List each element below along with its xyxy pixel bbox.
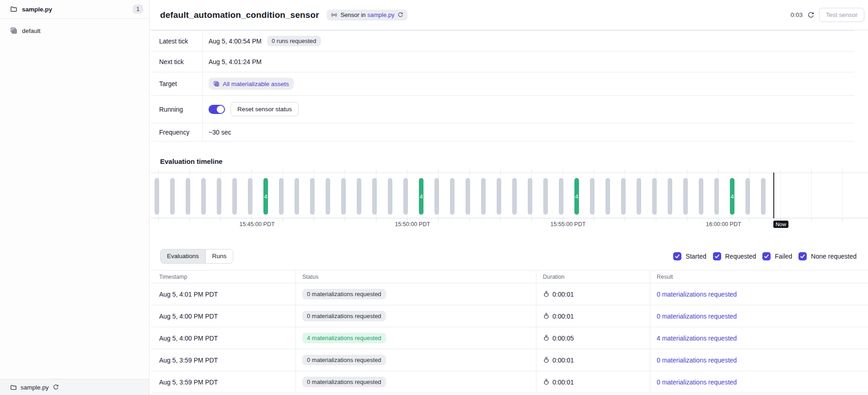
sensor-meta-table: Latest tick Aug 5, 4:00:54 PM 0 runs req…	[151, 30, 854, 141]
timeline-tick-bar[interactable]	[528, 178, 532, 215]
timeline-tick-bar[interactable]	[186, 178, 190, 215]
tab-evaluations[interactable]: Evaluations	[161, 249, 205, 263]
timeline-tick-bar[interactable]	[590, 178, 595, 215]
timeline-tick-bar[interactable]	[543, 178, 548, 215]
target-assets-chip[interactable]: All materializable assets	[209, 78, 294, 90]
timeline-tick-bar[interactable]	[357, 178, 361, 215]
cell-status: 0 materializations requested	[295, 305, 536, 327]
timeline-tick-bar[interactable]: 4	[263, 178, 268, 215]
cell-status: 0 materializations requested	[295, 283, 536, 305]
timeline-tick-bar[interactable]	[481, 178, 486, 215]
target-assets-label: All materializable assets	[223, 81, 289, 87]
result-link[interactable]: 4 materializations requested	[657, 335, 737, 342]
sidebar-item-asset-group[interactable]: default	[0, 23, 149, 38]
reset-sensor-status-button[interactable]: Reset sensor status	[230, 102, 299, 116]
latest-tick-value: Aug 5, 4:00:54 PM	[209, 38, 262, 45]
timeline-tick-bar[interactable]: 4	[574, 178, 579, 215]
timeline-tick-bar[interactable]	[559, 178, 563, 215]
filter-checkbox-failed[interactable]: Failed	[762, 252, 792, 260]
timeline-tick-bar[interactable]	[512, 178, 517, 215]
sidebar-count-badge: 1	[133, 5, 143, 14]
app-root: sample.py 1 default sample.py default_au…	[0, 0, 868, 395]
timeline-tick-bar[interactable]	[155, 178, 159, 215]
status-filter-checkboxes: StartedRequestedFailedNone requested	[673, 252, 857, 260]
timeline-tick-bar[interactable]	[450, 178, 455, 215]
evaluation-row: Aug 5, 4:00 PM PDT4 materializations req…	[151, 327, 868, 349]
timeline-tick-bar[interactable]	[761, 178, 766, 215]
cell-status: 0 materializations requested	[295, 371, 536, 393]
asset-group-icon	[213, 81, 220, 87]
timeline-plot-area: 4444	[151, 173, 868, 218]
timeline-tick-bar[interactable]	[310, 178, 315, 215]
result-link[interactable]: 0 materializations requested	[657, 379, 737, 386]
timeline-tick-bar[interactable]	[637, 178, 641, 215]
timeline-tick-bar[interactable]	[652, 178, 657, 215]
result-link[interactable]: 0 materializations requested	[657, 291, 737, 298]
running-toggle[interactable]	[209, 105, 225, 114]
filter-checkbox-started[interactable]: Started	[673, 252, 706, 260]
toggle-knob	[217, 106, 224, 113]
timeline-tick-bar[interactable]	[388, 178, 392, 215]
next-tick-value: Aug 5, 4:01:24 PM	[209, 58, 262, 65]
timeline-tick-bar[interactable]	[217, 178, 221, 215]
sidebar-item-code-location[interactable]: sample.py 1	[0, 0, 149, 19]
axis-tick-label: 15:55:00 PDT	[550, 221, 585, 227]
timeline-tick-bar[interactable]	[341, 178, 346, 215]
timeline-tick-bar[interactable]	[170, 178, 175, 215]
stopwatch-icon	[543, 313, 550, 319]
timeline-tick-bar[interactable]	[668, 178, 672, 215]
view-tabs: Evaluations Runs	[160, 249, 233, 264]
filter-checkbox-none-requested[interactable]: None requested	[798, 252, 857, 260]
timeline-tick-bar[interactable]	[248, 178, 252, 215]
timeline-tick-bar[interactable]: 4	[419, 178, 423, 215]
timeline-axis-labels: 15:45:00 PDT15:50:00 PDT15:55:00 PDT16:0…	[151, 221, 868, 229]
timeline-tick-bar[interactable]	[434, 178, 439, 215]
duration-value: 0:00:01	[552, 291, 574, 298]
timeline-tick-bar[interactable]: 4	[730, 178, 734, 215]
reload-location-icon[interactable]	[53, 384, 59, 390]
timeline-tick-bar[interactable]	[279, 178, 284, 215]
stopwatch-icon	[543, 291, 550, 298]
refresh-sensor-icon[interactable]	[397, 12, 403, 18]
status-badge: 0 materializations requested	[302, 377, 386, 387]
tick-run-count: 4	[575, 193, 578, 200]
timeline-tick-bar[interactable]	[372, 178, 377, 215]
header-actions: 0:03 Test sensor	[791, 8, 864, 22]
latest-tick-label: Latest tick	[151, 31, 202, 51]
filter-checkbox-requested[interactable]: Requested	[713, 252, 756, 260]
result-link[interactable]: 0 materializations requested	[657, 313, 737, 320]
evaluation-timeline-chart: 4444 15:45:00 PDT15:50:00 PDT15:55:00 PD…	[151, 170, 868, 229]
code-location-link[interactable]: sample.py	[367, 11, 394, 18]
frequency-value: ~30 sec	[209, 129, 231, 136]
timeline-tick-bar[interactable]	[497, 178, 501, 215]
status-badge: 0 materializations requested	[302, 311, 386, 321]
cell-result: 4 materializations requested	[650, 327, 868, 349]
timeline-tick-bar[interactable]	[621, 178, 626, 215]
timeline-tick-bar[interactable]	[326, 178, 330, 215]
timeline-tick-bar[interactable]	[295, 178, 299, 215]
checkbox-checked-icon	[713, 252, 721, 260]
timeline-tick-bar[interactable]	[699, 178, 703, 215]
col-header-status: Status	[295, 271, 536, 283]
timeline-tick-bar[interactable]	[683, 178, 688, 215]
tick-run-count: 4	[419, 193, 423, 200]
refresh-countdown-icon[interactable]	[807, 11, 814, 19]
timeline-tick-bar[interactable]	[605, 178, 610, 215]
latest-tick-result-badge: 0 runs requested	[267, 36, 321, 46]
test-sensor-button[interactable]: Test sensor	[819, 8, 864, 22]
evaluation-row: Aug 5, 3:59 PM PDT0 materializations req…	[151, 349, 868, 371]
filter-checkbox-label: Requested	[725, 253, 756, 260]
result-link[interactable]: 0 materializations requested	[657, 357, 737, 364]
timeline-tick-bar[interactable]	[403, 178, 408, 215]
tab-runs[interactable]: Runs	[205, 249, 233, 263]
cell-duration: 0:00:01	[536, 305, 650, 327]
timeline-tick-bar[interactable]	[201, 178, 206, 215]
filter-checkbox-label: Started	[686, 253, 706, 260]
timeline-tick-bar[interactable]	[232, 178, 237, 215]
timeline-tick-bar[interactable]	[466, 178, 470, 215]
axis-tick-label: 15:45:00 PDT	[239, 221, 274, 227]
timeline-tick-bar[interactable]	[745, 178, 750, 215]
timeline-tick-bar[interactable]	[714, 178, 719, 215]
evaluation-timeline-heading: Evaluation timeline	[160, 157, 868, 166]
now-marker-badge: Now	[773, 221, 788, 228]
